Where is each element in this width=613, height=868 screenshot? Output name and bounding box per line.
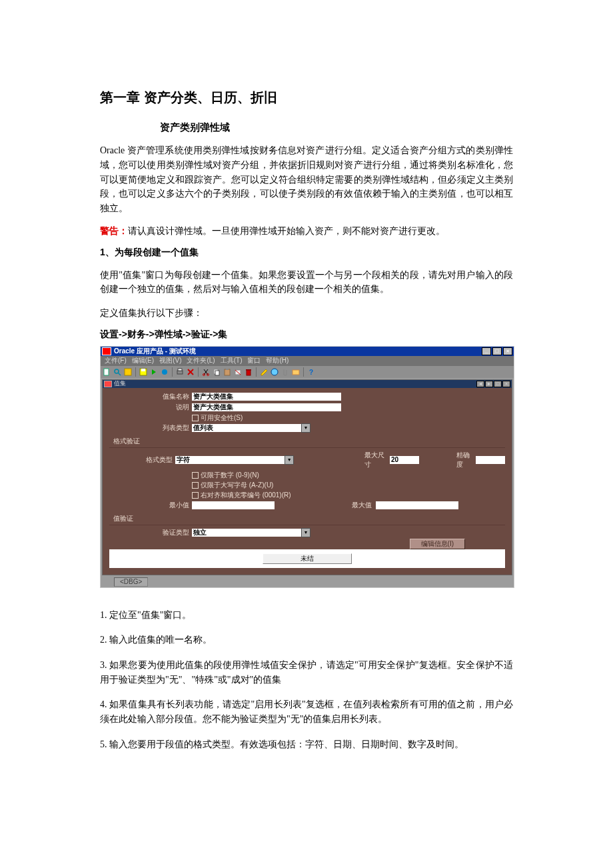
chevron-down-icon[interactable]: ▼ [285,455,294,465]
step-3: 3. 如果您要为使用此值集的段使用弹性域值安全保护，请选定"可用安全保护"复选框… [100,658,513,687]
menu-folder[interactable]: 文件夹(L) [184,356,217,365]
description-field[interactable]: 资产大类值集 [192,403,341,411]
inner-close-button[interactable]: × [502,381,510,387]
svg-marker-6 [152,369,156,375]
navigator-icon[interactable] [123,367,133,377]
right-justify-checkbox[interactable] [192,492,199,499]
close-form-icon[interactable] [186,367,195,377]
document-page: 第一章 资产分类、日历、折旧 资产类别弹性域 Oracle 资产管理系统使用类别… [0,0,613,868]
minimize-button[interactable]: _ [482,347,491,355]
format-type-label: 格式类型 [109,455,175,465]
sub-heading-1: 1、为每段创建一个值集 [100,247,513,259]
find-icon[interactable] [113,367,122,377]
uppercase-only-label: 仅限于大写字母 (A-Z)(U) [201,481,273,490]
chevron-down-icon[interactable]: ▼ [301,528,310,537]
form-body: 值集名称 资产大类值集 说明 资产大类值集 可用安全性(S) 列表类型 [103,388,512,575]
menu-file[interactable]: 文件(F) [102,356,129,365]
svg-rect-9 [178,369,182,371]
section-title: 资产类别弹性域 [160,121,513,134]
copy-icon[interactable] [212,367,221,377]
precision-label: 精确度 [452,451,476,469]
format-type-dropdown[interactable]: 字符 ▼ [175,455,294,465]
group-divider [109,447,505,448]
svg-rect-17 [215,371,219,375]
save-icon[interactable] [139,367,148,377]
menu-edit[interactable]: 编辑(E) [129,356,157,365]
uppercase-only-checkbox[interactable] [192,482,199,489]
chevron-down-icon[interactable]: ▼ [301,423,310,433]
step-list: 1. 定位至"值集"窗口。 2. 输入此值集的唯一名称。 3. 如果您要为使用此… [100,608,513,752]
numbers-only-checkbox[interactable] [192,472,199,479]
menu-window[interactable]: 窗口 [245,356,263,365]
validation-type-label: 验证类型 [109,528,192,537]
maximize-button[interactable]: □ [492,347,502,355]
svg-rect-8 [177,371,183,374]
list-type-dropdown[interactable]: 值列表 ▼ [192,423,310,433]
step-5: 5. 输入您要用于段值的格式类型。有效选项包括：字符、日期、日期时间、数字及时间… [100,737,513,752]
open-button[interactable]: 未结 [263,553,352,564]
step-2: 2. 输入此值集的唯一名称。 [100,633,513,647]
list-type-label: 列表类型 [109,423,192,433]
new-icon[interactable] [102,367,111,377]
svg-point-25 [271,369,278,375]
translate-icon[interactable] [270,367,279,377]
print-icon[interactable] [175,367,185,377]
toolbar-separator [303,367,304,377]
oracle-app-window: Oracle 应用产品 - 测试环境 _ □ × 文件(F) 编辑(E) 视图(… [100,346,514,588]
security-checkbox-label: 可用安全性(S) [201,413,243,423]
delete-icon[interactable] [244,367,253,377]
inner-next-block-button[interactable]: ► [485,381,493,387]
valueset-name-field[interactable]: 资产大类值集 [192,393,341,401]
intro-paragraph: Oracle 资产管理系统使用类别弹性域按财务信息对资产进行分组。定义适合资产分… [100,143,513,215]
inner-window: 值集 ◄ ► □ × 值集名称 资产大类值集 说明 资产大类值集 [102,379,512,575]
inner-titlebar: 值集 ◄ ► □ × [103,380,512,388]
menu-view[interactable]: 视图(V) [157,356,184,365]
chapter-title: 第一章 资产分类、日历、折旧 [100,89,513,107]
toolbar-separator [198,367,199,377]
toolbar-separator [135,367,136,377]
statusbar: <DBG> [101,577,514,587]
next-step-icon[interactable] [149,367,159,377]
close-button[interactable]: × [503,347,512,355]
inner-previous-block-button[interactable]: ◄ [476,381,484,387]
min-value-label: 最小值 [109,501,192,510]
inner-window-title: 值集 [114,379,126,388]
warning-text: 请认真设计弹性域。一旦使用弹性域开始输入资产，则不能对资产进行更改。 [128,226,445,236]
attachments-icon[interactable] [281,367,290,377]
app-icon [102,347,111,355]
numbers-only-label: 仅限于数字 (0-9)(N) [201,471,259,480]
outer-titlebar: Oracle 应用产品 - 测试环境 _ □ × [101,347,514,356]
svg-rect-26 [293,370,299,375]
svg-rect-19 [226,369,229,370]
navigation-path: 设置->财务->弹性域->验证->集 [100,329,513,341]
sub-heading-1-paragraph: 使用"值集"窗口为每段创建一个值集。如果您要设置一个与另一个段相关的段，请先对用… [100,268,513,297]
toolbar-separator [172,367,173,377]
edit-field-icon[interactable] [259,367,269,377]
svg-text:?: ? [309,369,313,376]
window-title-text: Oracle 应用产品 - 测试环境 [114,347,196,356]
toolbar: ? [101,366,514,378]
cut-icon[interactable] [201,367,211,377]
svg-marker-24 [261,369,267,375]
svg-rect-0 [104,369,109,375]
folder-tools-icon[interactable] [291,367,301,377]
security-checkbox[interactable] [192,415,199,421]
max-value-field[interactable] [376,501,458,509]
menubar: 文件(F) 编辑(E) 视图(V) 文件夹(L) 工具(T) 窗口 帮助(H) [101,356,514,366]
max-size-field[interactable]: 20 [390,456,419,464]
menu-help[interactable]: 帮助(H) [263,356,291,365]
statusbar-text: <DBG> [114,577,148,587]
inner-maximize-button[interactable]: □ [494,381,502,387]
right-justify-label: 右对齐和填充零编号 (0001)(R) [201,491,291,500]
validation-type-dropdown[interactable]: 独立 ▼ [192,528,310,537]
clear-record-icon[interactable] [233,367,243,377]
warning-paragraph: 警告：请认真设计弹性域。一旦使用弹性域开始输入资产，则不能对资产进行更改。 [100,224,513,239]
min-value-field[interactable] [192,501,275,509]
window-help-icon[interactable]: ? [306,367,316,377]
menu-tools[interactable]: 工具(T) [218,356,245,365]
precision-field[interactable] [476,456,505,464]
edit-info-button[interactable]: 编辑信息(I) [410,539,465,549]
paste-icon[interactable] [223,367,232,377]
switch-responsibility-icon[interactable] [160,367,169,377]
define-steps-intro: 定义值集执行以下步骤： [100,306,513,321]
